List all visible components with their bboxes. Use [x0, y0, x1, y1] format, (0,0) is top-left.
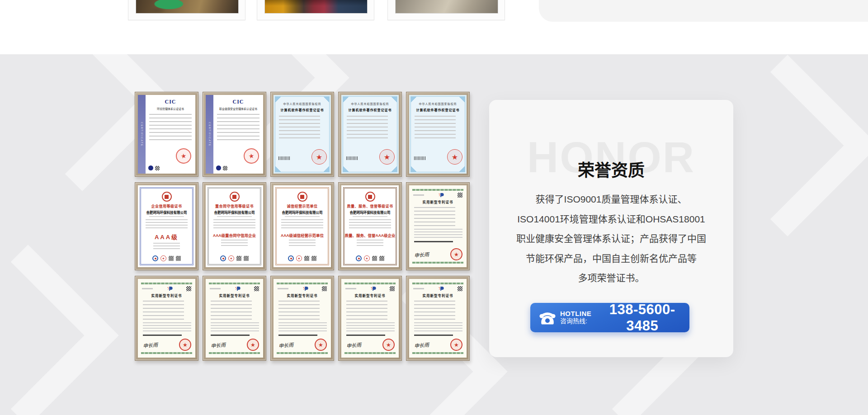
credit-grade: AAA级	[141, 232, 192, 241]
cnipa-logo-icon	[438, 286, 444, 292]
telephone-icon	[538, 310, 557, 325]
cnipa-logo-icon	[302, 286, 308, 292]
qr-code-icon	[390, 286, 395, 291]
certificate-title: 计算机软件著作权登记证书	[341, 108, 399, 112]
divider	[346, 335, 385, 336]
certificate-utility-patent[interactable]: 实用新型专利证书 申长雨 ★	[406, 276, 470, 361]
certificate-text-lines	[211, 322, 259, 332]
hotline-number: 138-5600-3485	[595, 302, 689, 334]
certificate-software-copyright[interactable]: 中华人民共和国国家版权局 计算机软件著作权登记证书 ★	[406, 92, 470, 177]
signature: 申长雨	[278, 340, 293, 349]
barcode-icon	[278, 156, 290, 160]
certificate-contract-credit[interactable]: 重合同守信用等级证书 合肥珂玛环保科技有限公司 AAA级重合同守信用企业 ★	[203, 182, 266, 270]
red-emblem-icon	[297, 192, 307, 202]
green-ornament-band	[412, 189, 463, 191]
certificate-number	[413, 288, 424, 289]
honor-description: 获得了ISO9001质量管理体系认证、 ISO14001环境管理体系认证和OHS…	[503, 189, 720, 288]
qr-code-icon	[169, 256, 174, 261]
barcode-icon	[414, 156, 426, 160]
certificate-text-lines	[213, 219, 255, 230]
certificate-quality-service-credit[interactable]: 质量、服务、信誉等级证书 合肥珂玛环保科技有限公司 质量、服务、信誉AAA级企业…	[338, 182, 402, 270]
certificate-utility-patent[interactable]: 实用新型专利证书 申长雨 ★	[270, 276, 334, 361]
signature: 申长雨	[346, 340, 361, 349]
honor-card: HONOR 荣誉资质 获得了ISO9001质量管理体系认证、 ISO14001环…	[489, 100, 733, 357]
certificate-text-lines	[414, 207, 455, 227]
certificate-text-lines	[146, 219, 188, 230]
red-seal-icon: ★	[243, 147, 260, 165]
cnipa-logo-icon	[370, 286, 376, 292]
certificate-software-copyright[interactable]: 中华人民共和国国家版权局 计算机软件著作权登记证书 ★	[338, 92, 402, 177]
certificate-title: 实用新型专利证书	[138, 293, 195, 298]
certificate-utility-patent[interactable]: 实用新型专利证书 申长雨 ★	[338, 276, 402, 361]
corner-flourish	[275, 97, 282, 104]
red-seal-icon: ★	[450, 339, 462, 351]
certificate-title: 实用新型专利证书	[409, 293, 467, 298]
divider	[285, 216, 320, 217]
red-star-seal-icon: ★	[364, 255, 370, 261]
hotline-label-en: HOTLINE	[560, 310, 591, 318]
certificate-software-copyright[interactable]: 中华人民共和国国家版权局 计算机软件著作权登记证书 ★	[270, 92, 334, 177]
signature: 申长雨	[142, 340, 158, 349]
certificate-title: 职业健康安全管理体系认证证书	[213, 107, 263, 111]
certificate-title: 环境管理体系认证证书	[146, 107, 195, 111]
red-seal-icon: ★	[315, 339, 327, 351]
green-ornament-band	[141, 352, 192, 354]
qr-code-icon	[458, 193, 462, 198]
qr-code-icon	[236, 256, 241, 261]
red-star-seal-icon: ★	[447, 149, 462, 165]
certificate-text-lines	[278, 322, 327, 332]
certificate-utility-patent[interactable]: 实用新型专利证书 申长雨 ★	[406, 182, 470, 270]
certificate-text-lines	[415, 116, 456, 140]
certificate-text-lines	[289, 240, 316, 246]
corner-flourish	[322, 165, 329, 172]
rounded-panel-corner	[539, 0, 868, 22]
certificate-integrity-model[interactable]: 诚信经营示范单位 合肥珂玛环保科技有限公司 AAA级诚信经营示范单位 ★	[270, 182, 334, 270]
green-ornament-band	[412, 262, 463, 264]
hotline-button[interactable]: HOTLINE 咨询热线: 138-5600-3485	[530, 303, 689, 332]
certificate-title: 实用新型专利证书	[274, 293, 331, 298]
certificate-text-lines	[346, 301, 387, 321]
qr-code-icon	[176, 256, 181, 261]
corner-flourish	[411, 97, 418, 104]
corner-flourish	[390, 165, 397, 172]
barcode-icon	[346, 156, 358, 160]
cic-badge-icon	[148, 165, 153, 170]
certificate-enterprise-credit[interactable]: 企业信用等级证书 合肥珂玛环保科技有限公司 AAA级 ★	[135, 182, 198, 270]
cnipa-logo-icon	[167, 286, 173, 292]
project-photo-card[interactable]	[128, 0, 245, 20]
cnipa-logo-icon	[235, 286, 241, 292]
certificate-text-lines	[357, 240, 383, 246]
page: CERTIFICATE CIC 环境管理体系认证证书 ★ CERTIFICATE	[0, 0, 868, 415]
certificate-text-lines	[279, 116, 320, 140]
certificate-text-lines	[211, 301, 252, 321]
previous-section-strip	[0, 0, 868, 54]
green-ornament-band	[209, 283, 260, 284]
divider	[149, 216, 184, 217]
certificate-utility-patent[interactable]: 实用新型专利证书 申长雨 ★	[135, 276, 198, 361]
certificate-number	[210, 288, 221, 289]
section-title: 荣誉资质	[489, 157, 733, 181]
certificate-title: 重合同守信用等级证书	[209, 203, 260, 208]
rating-badge-icon	[152, 255, 158, 261]
divider	[414, 241, 453, 242]
green-ornament-band	[277, 352, 328, 354]
description-line: 获得了ISO9001质量管理体系认证、	[503, 189, 720, 209]
certificate-utility-patent[interactable]: 实用新型专利证书 申长雨 ★	[203, 276, 266, 361]
green-ornament-band	[141, 283, 192, 284]
project-photo-card[interactable]	[387, 0, 505, 20]
project-photo-card[interactable]	[257, 0, 374, 20]
corner-flourish	[411, 165, 418, 172]
red-star-seal-icon: ★	[379, 149, 395, 165]
certificate-number	[345, 288, 356, 289]
certificate-title: 实用新型专利证书	[206, 293, 263, 298]
red-seal-icon: ★	[247, 339, 259, 351]
qr-code-icon	[155, 166, 160, 170]
company-name: 合肥珂玛环保科技有限公司	[344, 210, 396, 215]
description-line: 多项荣誉证书。	[503, 268, 720, 288]
certificate-text-lines	[347, 116, 388, 140]
certificate-cic-ohs[interactable]: CERTIFICATE CIC 职业健康安全管理体系认证证书 ★	[203, 92, 266, 177]
corner-flourish	[275, 165, 282, 172]
corner-flourish	[458, 97, 465, 104]
certificate-cic-environment[interactable]: CERTIFICATE CIC 环境管理体系认证证书 ★	[135, 92, 198, 177]
certificate-number	[142, 288, 153, 289]
